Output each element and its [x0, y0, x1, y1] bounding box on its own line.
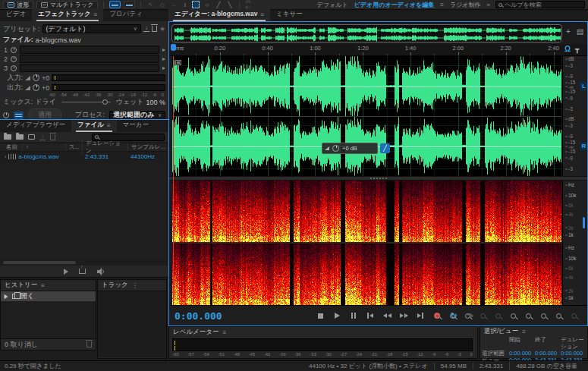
panel-menu-icon[interactable]: ⋮ — [132, 282, 138, 289]
tab-files-2[interactable]: マーカー — [117, 119, 155, 132]
waveform-corner-icon[interactable] — [175, 60, 181, 65]
output-gain-knob[interactable] — [33, 84, 39, 91]
zoom-locked-button[interactable] — [569, 311, 579, 320]
marquee-selection-tool-icon[interactable] — [192, 1, 200, 8]
file-overview-strip[interactable] — [171, 24, 562, 42]
zoom-out-full-button[interactable] — [448, 311, 458, 320]
sv-end-value[interactable]: 0:00.000 — [535, 350, 561, 357]
open-file-icon[interactable] — [4, 134, 11, 140]
tab-editor-1[interactable]: ミキサー — [270, 8, 309, 21]
panel-menu-icon[interactable]: ≡ — [107, 122, 111, 129]
workspace-default[interactable]: デフォルト — [317, 1, 348, 9]
zoom-in-full-button[interactable] — [432, 311, 442, 320]
save-file-icon[interactable]: ↓ — [39, 134, 46, 140]
show-waveform-icon[interactable] — [109, 1, 121, 8]
spectrogram-display[interactable] — [172, 181, 561, 305]
save-preset-icon[interactable]: ↓ — [143, 26, 149, 32]
lasso-selection-tool-icon[interactable]: ○ — [203, 1, 211, 9]
help-search-input[interactable]: ヘルプを検索 — [495, 1, 585, 8]
power-icon[interactable] — [11, 65, 17, 71]
zoom-in-left-button[interactable] — [508, 311, 518, 320]
power-icon[interactable] — [11, 56, 17, 62]
tab-files-1[interactable]: ファイル≡ — [71, 119, 116, 132]
tab-left-1[interactable]: エフェクトラック≡ — [32, 8, 103, 21]
rack-power-icon[interactable] — [3, 112, 9, 118]
panel-menu-icon[interactable]: ≡ — [223, 329, 227, 336]
history-item-open[interactable]: 開く — [1, 291, 96, 301]
time-selection-tool-icon[interactable]: ↔ — [169, 1, 178, 9]
sv-duration-value[interactable]: 0:00.000 — [561, 350, 587, 357]
workspace-edit-audio-for-video[interactable]: ビデオ用のオーディオを編集 — [354, 1, 435, 9]
zoom-timed-button[interactable] — [554, 311, 564, 320]
spot-healing-tool-icon[interactable]: ╲ — [225, 1, 234, 9]
tab-left-2[interactable]: プロパティ — [103, 8, 149, 21]
hud-edit-icon[interactable]: ╱ — [380, 143, 390, 153]
display-options-icon[interactable]: ▤ — [577, 27, 583, 36]
transport-rew-button[interactable] — [382, 311, 392, 320]
tab-editor-0[interactable]: エディター: a-blogcms.wav≡ — [168, 8, 270, 21]
files-horizontal-scrollbar[interactable] — [3, 261, 76, 264]
zoom-selection-edge-button[interactable] — [478, 311, 488, 320]
channel-badge-r[interactable]: R — [580, 142, 588, 150]
rack-toggle-icon[interactable] — [14, 112, 24, 119]
effect-slot-field[interactable] — [20, 64, 159, 72]
import-file-icon[interactable] — [16, 134, 24, 140]
chevron-right-icon[interactable]: ▸ — [162, 55, 165, 62]
show-spectral-icon[interactable] — [124, 1, 135, 8]
effect-slot[interactable]: 1▸ — [3, 46, 165, 54]
favorite-icon[interactable]: ★ — [159, 25, 165, 33]
multitrack-view-button[interactable]: マルチトラック — [36, 1, 98, 9]
mix-slider-knob[interactable] — [102, 99, 108, 105]
workspace-radio-production[interactable]: ラジオ制作 — [450, 1, 481, 9]
overview-waveform[interactable] — [173, 26, 562, 42]
panel-menu-icon[interactable]: ≡ — [94, 11, 98, 18]
paintbrush-tool-icon[interactable]: ╱ — [214, 1, 222, 9]
tab-files-0[interactable]: メディアブラウザー — [0, 119, 71, 132]
timeline-ruler[interactable]: hms 0:200:401:001:201:402:002:202:40 — [168, 44, 588, 56]
workspace-menu-icon[interactable]: ≡ — [440, 2, 444, 8]
zoom-out-both-button[interactable] — [539, 311, 549, 320]
new-file-icon[interactable] — [28, 134, 35, 140]
delete-preset-icon[interactable] — [152, 26, 157, 32]
chevron-right-icon[interactable]: ▸ — [162, 46, 165, 53]
invert-button[interactable]: 反転 — [245, 1, 253, 9]
expand-twirl-icon[interactable]: › — [5, 154, 6, 159]
transport-last-button[interactable] — [415, 311, 426, 320]
hud-volume-knob[interactable] — [332, 145, 339, 152]
preview-play-icon[interactable] — [64, 269, 68, 275]
more-workspaces-chevron-icon[interactable]: » — [487, 2, 489, 8]
current-time-display[interactable]: 0:00.000 — [175, 310, 222, 322]
slip-tool-icon[interactable]: ◇ — [158, 1, 166, 9]
preview-speaker-icon[interactable] — [96, 268, 105, 275]
marker-pin-icon[interactable]: ┳ — [575, 46, 579, 53]
zoom-indicator-icon[interactable]: + — [566, 27, 571, 36]
clear-history-icon[interactable] — [86, 341, 92, 347]
spectrogram-scrollbar-thumb[interactable] — [583, 217, 585, 228]
zoom-reset-button[interactable] — [493, 311, 503, 320]
input-gain-knob[interactable] — [33, 74, 39, 81]
transport-stop-button[interactable] — [315, 311, 325, 320]
playhead-marker[interactable] — [171, 44, 176, 51]
column-samplerate[interactable]: サンプルレ... — [127, 143, 168, 151]
effect-slot-field[interactable] — [20, 46, 159, 54]
mix-slider[interactable] — [61, 102, 111, 102]
transport-ff-button[interactable] — [398, 311, 409, 320]
transport-first-button[interactable] — [365, 311, 376, 320]
sv-start-value[interactable]: 0:00.000 — [509, 350, 535, 357]
preview-autoplay-icon[interactable] — [79, 269, 86, 274]
preset-dropdown[interactable]: (デフォルト) ∨ — [42, 24, 141, 33]
column-status[interactable]: ス... — [65, 143, 82, 151]
close-file-icon[interactable] — [50, 134, 55, 140]
waveform-display[interactable] — [172, 56, 561, 176]
file-list-row[interactable]: › a-blogcms.wav 2:43.331 44100Hz — [0, 152, 168, 161]
move-tool-icon[interactable]: ↖ — [146, 1, 155, 9]
transport-play-button[interactable] — [332, 311, 342, 320]
process-dropdown[interactable]: 選択範囲のみ ∨ — [109, 111, 165, 120]
chevron-right-icon[interactable]: ▸ — [162, 64, 165, 71]
transport-pause-button[interactable] — [348, 311, 359, 320]
zoom-in-right-button[interactable] — [524, 311, 533, 320]
power-icon[interactable] — [11, 47, 17, 53]
snap-magnet-icon[interactable]: Ω — [564, 45, 571, 53]
panel-menu-icon[interactable]: ≡ — [522, 329, 526, 335]
channel-badge-l[interactable]: L — [580, 82, 588, 90]
